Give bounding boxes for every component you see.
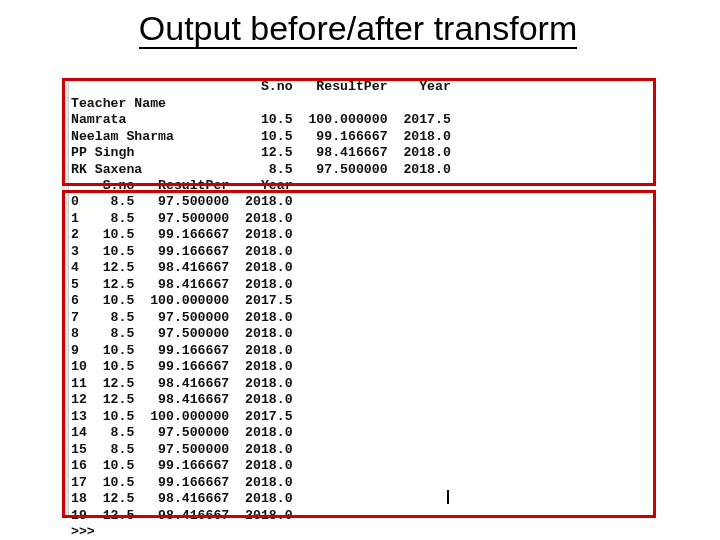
title-wrap: Output before/after transform — [68, 10, 648, 49]
text-cursor — [447, 490, 449, 504]
highlight-box-before — [62, 78, 656, 186]
slide: Output before/after transform S.no Resul… — [0, 0, 720, 540]
slide-title: Output before/after transform — [139, 10, 577, 49]
highlight-box-after — [62, 190, 656, 518]
